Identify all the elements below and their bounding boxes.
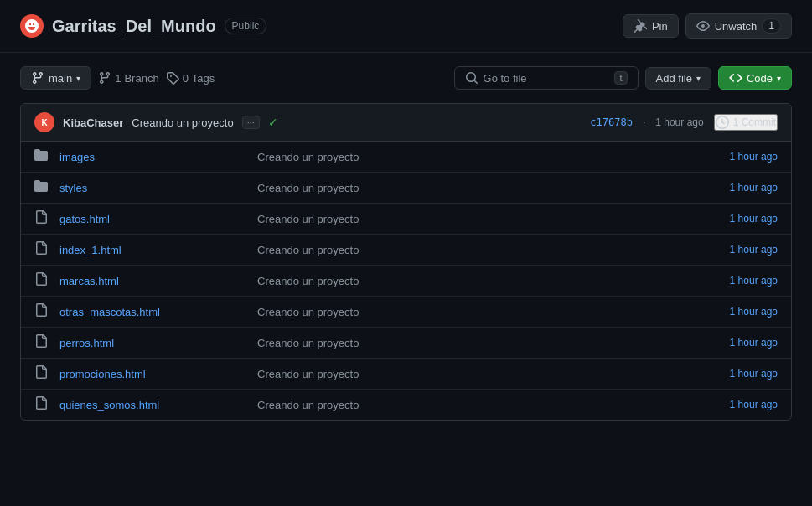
file-icon: [34, 272, 51, 289]
unwatch-count: 1: [762, 18, 781, 34]
file-icon: [34, 334, 51, 351]
file-table: K KibaChaser Creando un proyecto ··· ✓ c…: [20, 103, 792, 421]
commit-header: K KibaChaser Creando un proyecto ··· ✓ c…: [21, 104, 791, 142]
clock-icon: [716, 116, 729, 129]
add-file-button[interactable]: Add file ▾: [645, 67, 711, 90]
file-row: images Creando un proyecto 1 hour ago: [21, 142, 791, 173]
file-name[interactable]: perros.html: [59, 337, 244, 349]
file-row: promociones.html Creando un proyecto 1 h…: [21, 359, 791, 390]
file-row: styles Creando un proyecto 1 hour ago: [21, 173, 791, 204]
code-icon: [729, 71, 742, 85]
header-actions: Pin Unwatch 1: [623, 13, 792, 39]
file-name[interactable]: styles: [59, 182, 244, 194]
file-commit-message: Creando un proyecto: [244, 399, 711, 411]
file-row: perros.html Creando un proyecto 1 hour a…: [21, 328, 791, 359]
branches-count: 1: [115, 72, 121, 85]
file-icon: [34, 241, 51, 258]
file-icon: [34, 365, 51, 382]
tags-count: 0: [183, 72, 189, 85]
file-row: gatos.html Creando un proyecto 1 hour ag…: [21, 204, 791, 235]
file-commit-message: Creando un proyecto: [244, 306, 711, 318]
tags-icon: [166, 71, 179, 85]
file-time: 1 hour ago: [711, 275, 778, 287]
branch-selector[interactable]: main ▾: [20, 66, 91, 90]
commit-header-left: K KibaChaser Creando un proyecto ··· ✓: [34, 112, 278, 132]
file-commit-message: Creando un proyecto: [244, 275, 711, 287]
file-name[interactable]: marcas.html: [59, 275, 244, 287]
commit-count-button[interactable]: 1 Commit: [714, 114, 778, 131]
file-icon: [34, 210, 51, 227]
commit-sha[interactable]: c17678b: [590, 116, 633, 128]
search-placeholder: Go to file: [484, 72, 527, 85]
file-time: 1 hour ago: [711, 244, 778, 256]
toolbar-left: main ▾ 1 Branch 0 Tags: [20, 66, 215, 90]
file-time: 1 hour ago: [711, 213, 778, 225]
file-name[interactable]: promociones.html: [59, 368, 244, 380]
file-time: 1 hour ago: [711, 182, 778, 194]
file-commit-message: Creando un proyecto: [244, 213, 711, 225]
branch-chevron-icon: ▾: [76, 74, 80, 83]
commit-message: Creando un proyecto: [132, 116, 233, 129]
file-time: 1 hour ago: [711, 337, 778, 349]
search-icon: [465, 71, 478, 85]
repo-avatar: [20, 14, 44, 38]
file-time: 1 hour ago: [711, 151, 778, 163]
tags-link[interactable]: 0 Tags: [166, 71, 215, 85]
branch-icon: [31, 71, 44, 85]
file-row: quienes_somos.html Creando un proyecto 1…: [21, 390, 791, 420]
commit-check-icon: ✓: [268, 116, 278, 129]
file-row: index_1.html Creando un proyecto 1 hour …: [21, 235, 791, 266]
file-icon: [34, 396, 51, 413]
file-time: 1 hour ago: [711, 399, 778, 410]
add-file-chevron-icon: ▾: [696, 74, 701, 83]
unwatch-label: Unwatch: [715, 20, 758, 33]
branch-name: main: [49, 72, 72, 85]
tags-label: Tags: [192, 72, 215, 85]
repo-header-left: Garritas_Del_Mundo Public: [20, 14, 266, 38]
add-file-label: Add file: [656, 72, 692, 85]
file-commit-message: Creando un proyecto: [244, 244, 711, 256]
file-name[interactable]: otras_mascotas.html: [59, 306, 244, 318]
eye-icon: [696, 19, 710, 33]
commit-dot-sep: ·: [643, 116, 645, 128]
file-commit-message: Creando un proyecto: [244, 182, 711, 194]
code-chevron-icon: ▾: [777, 74, 781, 83]
branches-link[interactable]: 1 Branch: [98, 71, 158, 85]
file-rows-container: images Creando un proyecto 1 hour ago st…: [21, 142, 791, 420]
commit-count: 1 Commit: [733, 116, 776, 128]
folder-icon: [34, 148, 51, 165]
file-time: 1 hour ago: [711, 368, 778, 380]
branches-label: Branch: [124, 72, 158, 85]
search-shortcut: t: [614, 71, 627, 85]
pin-icon: [634, 19, 647, 33]
commit-username[interactable]: KibaChaser: [63, 116, 123, 129]
file-name[interactable]: gatos.html: [59, 213, 244, 225]
commit-avatar: K: [34, 112, 54, 132]
file-time: 1 hour ago: [711, 306, 778, 318]
commit-dots-button[interactable]: ···: [242, 116, 260, 129]
folder-icon: [34, 179, 51, 196]
commit-header-right: c17678b · 1 hour ago 1 Commit: [590, 114, 778, 131]
file-row: otras_mascotas.html Creando un proyecto …: [21, 297, 791, 328]
file-name[interactable]: index_1.html: [59, 244, 244, 256]
toolbar: main ▾ 1 Branch 0 Tags Go to file t A: [0, 53, 812, 103]
toolbar-right: Go to file t Add file ▾ Code ▾: [454, 66, 792, 90]
file-name[interactable]: images: [59, 151, 244, 163]
file-commit-message: Creando un proyecto: [244, 368, 711, 380]
file-row: marcas.html Creando un proyecto 1 hour a…: [21, 266, 791, 297]
code-button[interactable]: Code ▾: [718, 66, 792, 90]
repo-header: Garritas_Del_Mundo Public Pin Unwatch 1: [0, 0, 812, 53]
visibility-badge: Public: [225, 18, 267, 34]
pin-label: Pin: [652, 20, 668, 33]
file-commit-message: Creando un proyecto: [244, 337, 711, 349]
unwatch-button[interactable]: Unwatch 1: [685, 13, 792, 39]
pin-button[interactable]: Pin: [623, 14, 679, 38]
commit-time: 1 hour ago: [655, 116, 703, 128]
branches-icon: [98, 71, 111, 85]
file-name[interactable]: quienes_somos.html: [59, 399, 244, 411]
search-box[interactable]: Go to file t: [454, 66, 639, 90]
file-commit-message: Creando un proyecto: [244, 151, 711, 163]
code-label: Code: [747, 72, 773, 85]
file-icon: [34, 303, 51, 320]
repo-name[interactable]: Garritas_Del_Mundo: [52, 17, 216, 36]
